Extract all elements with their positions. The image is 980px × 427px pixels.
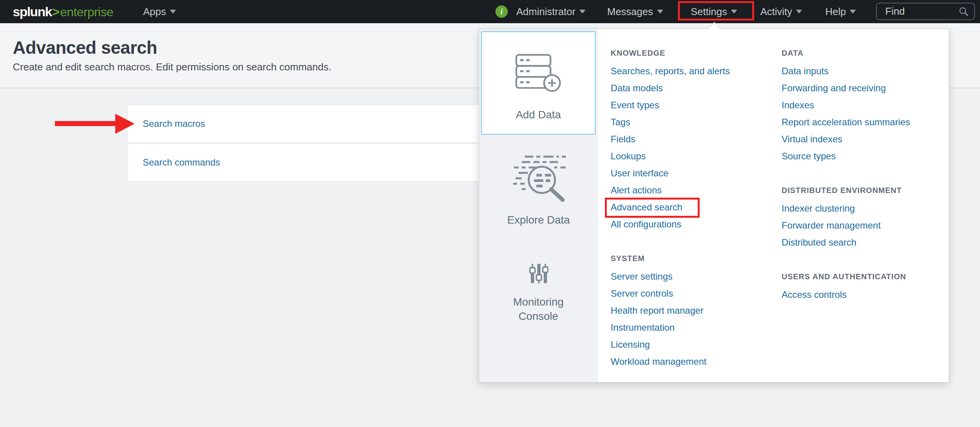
search-macros-link[interactable]: Search macros bbox=[143, 118, 205, 129]
add-data-icon bbox=[515, 52, 562, 95]
logo-brand-text: splunk bbox=[13, 4, 52, 19]
chevron-down-icon bbox=[796, 10, 802, 14]
settings-menu-link[interactable]: Indexer clustering bbox=[782, 200, 948, 217]
menu-column-1: KNOWLEDGE Searches, reports, and alerts … bbox=[611, 44, 777, 387]
section-heading-users-and-authentication: USERS AND AUTHENTICATION bbox=[782, 268, 948, 285]
section-system: SYSTEM Server settings Server controls H… bbox=[611, 250, 777, 370]
settings-menu-link[interactable]: Lookups bbox=[611, 148, 777, 165]
nav-apps-label: Apps bbox=[143, 6, 166, 17]
settings-menu-link[interactable]: Source types bbox=[782, 148, 948, 165]
logo-gt-glyph: > bbox=[52, 4, 60, 19]
tile-explore-data-label: Explore Data bbox=[479, 214, 598, 226]
monitoring-console-icon bbox=[529, 263, 548, 284]
section-heading-distributed-environment: DISTRIBUTED ENVIRONMENT bbox=[782, 182, 948, 199]
settings-menu-link[interactable]: User interface bbox=[611, 165, 777, 182]
settings-menu-link[interactable]: Data inputs bbox=[782, 63, 948, 80]
logo-product-text: enterprise bbox=[60, 5, 113, 19]
settings-menu-link[interactable]: All configurations bbox=[611, 216, 777, 233]
tile-explore-data[interactable]: Explore Data bbox=[479, 154, 598, 226]
chevron-down-icon bbox=[731, 10, 737, 14]
settings-menu-link[interactable]: Indexes bbox=[782, 97, 948, 114]
menu-column-2: DATA Data inputs Forwarding and receivin… bbox=[782, 44, 948, 320]
nav-settings[interactable]: Settings bbox=[691, 0, 737, 23]
info-glyph: i bbox=[500, 7, 503, 16]
settings-menu-link[interactable]: Server settings bbox=[611, 268, 777, 285]
settings-menu-link[interactable]: Report acceleration summaries bbox=[782, 114, 948, 131]
nav-activity[interactable]: Activity bbox=[760, 0, 802, 23]
nav-administrator[interactable]: Administrator bbox=[516, 0, 586, 23]
settings-dropdown-panel: Add Data bbox=[479, 29, 949, 383]
section-heading-data: DATA bbox=[782, 44, 948, 61]
settings-menu-link[interactable]: Server controls bbox=[611, 285, 777, 302]
nav-apps[interactable]: Apps bbox=[143, 0, 176, 23]
page-subtitle: Create and edit search macros. Edit perm… bbox=[13, 61, 331, 73]
section-users-and-authentication: USERS AND AUTHENTICATION Access controls bbox=[782, 268, 948, 303]
settings-menu-link[interactable]: Instrumentation bbox=[611, 319, 777, 336]
settings-menu-link[interactable]: Forwarder management bbox=[782, 217, 948, 234]
settings-menu-link[interactable]: Forwarding and receiving bbox=[782, 80, 948, 97]
health-info-icon[interactable]: i bbox=[495, 5, 508, 18]
nav-help-label: Help bbox=[825, 6, 846, 17]
tile-monitoring-console-label: Monitoring Console bbox=[500, 295, 577, 323]
splunk-advanced-search-page: splunk>enterprise Apps i Administrator M… bbox=[0, 0, 980, 427]
search-commands-link[interactable]: Search commands bbox=[143, 157, 220, 168]
section-distributed-environment: DISTRIBUTED ENVIRONMENT Indexer clusteri… bbox=[782, 182, 948, 251]
page-title: Advanced search bbox=[13, 37, 157, 58]
nav-activity-label: Activity bbox=[760, 6, 792, 17]
settings-menu-link[interactable]: Health report manager bbox=[611, 302, 777, 319]
section-data: DATA Data inputs Forwarding and receivin… bbox=[782, 44, 948, 165]
settings-menu-link[interactable]: Virtual indexes bbox=[782, 131, 948, 148]
explore-data-icon bbox=[509, 154, 568, 202]
settings-menu-link[interactable]: Distributed search bbox=[782, 234, 948, 251]
settings-menu-link[interactable]: Data models bbox=[611, 80, 777, 97]
section-knowledge: KNOWLEDGE Searches, reports, and alerts … bbox=[611, 44, 777, 233]
chevron-down-icon bbox=[657, 10, 663, 14]
settings-menu-link[interactable]: Event types bbox=[611, 97, 777, 114]
settings-menu-link[interactable]: Fields bbox=[611, 131, 777, 148]
nav-messages[interactable]: Messages bbox=[607, 0, 663, 23]
settings-menu-link[interactable]: Workload management bbox=[611, 353, 777, 370]
settings-menu-link[interactable]: Alert actions bbox=[611, 182, 777, 199]
chevron-down-icon bbox=[170, 10, 176, 14]
dropdown-tile-column: Add Data bbox=[479, 29, 598, 382]
topbar: splunk>enterprise Apps i Administrator M… bbox=[0, 0, 980, 23]
settings-menu-link[interactable]: Tags bbox=[611, 114, 777, 131]
tile-add-data[interactable]: Add Data bbox=[481, 31, 596, 135]
chevron-down-icon bbox=[850, 10, 856, 14]
tile-monitoring-console[interactable]: Monitoring Console bbox=[479, 263, 598, 323]
settings-menu-link[interactable]: Access controls bbox=[782, 286, 948, 303]
nav-messages-label: Messages bbox=[607, 6, 653, 17]
splunk-logo[interactable]: splunk>enterprise bbox=[13, 0, 113, 23]
nav-administrator-label: Administrator bbox=[516, 6, 575, 17]
chevron-down-icon bbox=[579, 10, 586, 14]
nav-help[interactable]: Help bbox=[825, 0, 856, 23]
search-icon bbox=[959, 7, 969, 17]
tile-add-data-label: Add Data bbox=[516, 109, 561, 121]
settings-menu-link-advanced-search[interactable]: Advanced search bbox=[611, 199, 777, 216]
annotation-arrow-shaft bbox=[55, 121, 116, 126]
settings-menu-link[interactable]: Licensing bbox=[611, 336, 777, 353]
section-heading-knowledge: KNOWLEDGE bbox=[611, 44, 777, 61]
settings-menu-link[interactable]: Searches, reports, and alerts bbox=[611, 63, 777, 80]
find-search-input[interactable] bbox=[885, 5, 959, 17]
nav-settings-label: Settings bbox=[691, 6, 727, 17]
section-heading-system: SYSTEM bbox=[611, 250, 777, 267]
find-search-box[interactable] bbox=[876, 3, 975, 20]
